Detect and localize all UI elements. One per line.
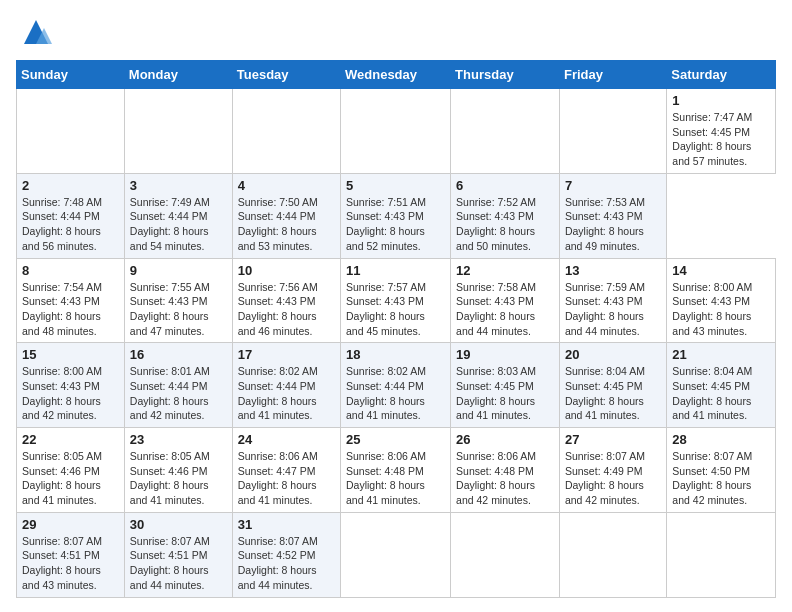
day-number: 16: [130, 347, 227, 362]
day-info: Sunrise: 8:07 AMSunset: 4:52 PMDaylight:…: [238, 534, 335, 593]
calendar-day-cell: 11Sunrise: 7:57 AMSunset: 4:43 PMDayligh…: [341, 258, 451, 343]
calendar-day-cell: 14Sunrise: 8:00 AMSunset: 4:43 PMDayligh…: [667, 258, 776, 343]
day-number: 20: [565, 347, 661, 362]
calendar-day-cell: 9Sunrise: 7:55 AMSunset: 4:43 PMDaylight…: [124, 258, 232, 343]
day-number: 21: [672, 347, 770, 362]
weekday-header-monday: Monday: [124, 61, 232, 89]
calendar-week-row: 2Sunrise: 7:48 AMSunset: 4:44 PMDaylight…: [17, 173, 776, 258]
day-number: 5: [346, 178, 445, 193]
day-info: Sunrise: 8:05 AMSunset: 4:46 PMDaylight:…: [22, 449, 119, 508]
day-info: Sunrise: 8:06 AMSunset: 4:47 PMDaylight:…: [238, 449, 335, 508]
day-info: Sunrise: 7:52 AMSunset: 4:43 PMDaylight:…: [456, 195, 554, 254]
empty-cell: [17, 89, 125, 174]
day-info: Sunrise: 8:00 AMSunset: 4:43 PMDaylight:…: [22, 364, 119, 423]
day-info: Sunrise: 7:56 AMSunset: 4:43 PMDaylight:…: [238, 280, 335, 339]
day-number: 29: [22, 517, 119, 532]
day-info: Sunrise: 7:58 AMSunset: 4:43 PMDaylight:…: [456, 280, 554, 339]
calendar-day-cell: 6Sunrise: 7:52 AMSunset: 4:43 PMDaylight…: [451, 173, 560, 258]
day-number: 19: [456, 347, 554, 362]
calendar-week-row: 22Sunrise: 8:05 AMSunset: 4:46 PMDayligh…: [17, 428, 776, 513]
calendar-day-cell: 24Sunrise: 8:06 AMSunset: 4:47 PMDayligh…: [232, 428, 340, 513]
empty-cell: [451, 512, 560, 597]
empty-cell: [232, 89, 340, 174]
day-number: 12: [456, 263, 554, 278]
calendar-day-cell: 7Sunrise: 7:53 AMSunset: 4:43 PMDaylight…: [559, 173, 666, 258]
day-info: Sunrise: 7:48 AMSunset: 4:44 PMDaylight:…: [22, 195, 119, 254]
day-info: Sunrise: 8:07 AMSunset: 4:49 PMDaylight:…: [565, 449, 661, 508]
day-info: Sunrise: 7:55 AMSunset: 4:43 PMDaylight:…: [130, 280, 227, 339]
day-info: Sunrise: 8:05 AMSunset: 4:46 PMDaylight:…: [130, 449, 227, 508]
day-number: 25: [346, 432, 445, 447]
day-number: 4: [238, 178, 335, 193]
day-number: 28: [672, 432, 770, 447]
day-info: Sunrise: 8:00 AMSunset: 4:43 PMDaylight:…: [672, 280, 770, 339]
day-number: 1: [672, 93, 770, 108]
calendar-day-cell: 28Sunrise: 8:07 AMSunset: 4:50 PMDayligh…: [667, 428, 776, 513]
day-number: 18: [346, 347, 445, 362]
weekday-header-row: SundayMondayTuesdayWednesdayThursdayFrid…: [17, 61, 776, 89]
day-info: Sunrise: 7:57 AMSunset: 4:43 PMDaylight:…: [346, 280, 445, 339]
day-number: 22: [22, 432, 119, 447]
day-info: Sunrise: 7:51 AMSunset: 4:43 PMDaylight:…: [346, 195, 445, 254]
weekday-header-tuesday: Tuesday: [232, 61, 340, 89]
calendar-day-cell: 1Sunrise: 7:47 AMSunset: 4:45 PMDaylight…: [667, 89, 776, 174]
day-number: 2: [22, 178, 119, 193]
day-info: Sunrise: 7:59 AMSunset: 4:43 PMDaylight:…: [565, 280, 661, 339]
day-info: Sunrise: 7:47 AMSunset: 4:45 PMDaylight:…: [672, 110, 770, 169]
day-number: 27: [565, 432, 661, 447]
day-info: Sunrise: 7:50 AMSunset: 4:44 PMDaylight:…: [238, 195, 335, 254]
calendar-day-cell: 4Sunrise: 7:50 AMSunset: 4:44 PMDaylight…: [232, 173, 340, 258]
empty-cell: [559, 512, 666, 597]
calendar-day-cell: 22Sunrise: 8:05 AMSunset: 4:46 PMDayligh…: [17, 428, 125, 513]
calendar-day-cell: 30Sunrise: 8:07 AMSunset: 4:51 PMDayligh…: [124, 512, 232, 597]
day-info: Sunrise: 8:07 AMSunset: 4:51 PMDaylight:…: [22, 534, 119, 593]
calendar-day-cell: 23Sunrise: 8:05 AMSunset: 4:46 PMDayligh…: [124, 428, 232, 513]
day-number: 23: [130, 432, 227, 447]
calendar-day-cell: 2Sunrise: 7:48 AMSunset: 4:44 PMDaylight…: [17, 173, 125, 258]
day-number: 11: [346, 263, 445, 278]
calendar-day-cell: 10Sunrise: 7:56 AMSunset: 4:43 PMDayligh…: [232, 258, 340, 343]
calendar-week-row: 8Sunrise: 7:54 AMSunset: 4:43 PMDaylight…: [17, 258, 776, 343]
calendar-week-row: 15Sunrise: 8:00 AMSunset: 4:43 PMDayligh…: [17, 343, 776, 428]
calendar-day-cell: 31Sunrise: 8:07 AMSunset: 4:52 PMDayligh…: [232, 512, 340, 597]
calendar-day-cell: 13Sunrise: 7:59 AMSunset: 4:43 PMDayligh…: [559, 258, 666, 343]
empty-cell: [341, 89, 451, 174]
calendar-day-cell: 12Sunrise: 7:58 AMSunset: 4:43 PMDayligh…: [451, 258, 560, 343]
day-number: 17: [238, 347, 335, 362]
day-number: 10: [238, 263, 335, 278]
calendar-day-cell: 16Sunrise: 8:01 AMSunset: 4:44 PMDayligh…: [124, 343, 232, 428]
day-number: 24: [238, 432, 335, 447]
calendar-day-cell: 15Sunrise: 8:00 AMSunset: 4:43 PMDayligh…: [17, 343, 125, 428]
day-info: Sunrise: 7:49 AMSunset: 4:44 PMDaylight:…: [130, 195, 227, 254]
empty-cell: [451, 89, 560, 174]
calendar-day-cell: 19Sunrise: 8:03 AMSunset: 4:45 PMDayligh…: [451, 343, 560, 428]
day-info: Sunrise: 8:02 AMSunset: 4:44 PMDaylight:…: [346, 364, 445, 423]
day-info: Sunrise: 8:06 AMSunset: 4:48 PMDaylight:…: [346, 449, 445, 508]
calendar-day-cell: 8Sunrise: 7:54 AMSunset: 4:43 PMDaylight…: [17, 258, 125, 343]
weekday-header-sunday: Sunday: [17, 61, 125, 89]
day-number: 15: [22, 347, 119, 362]
day-info: Sunrise: 8:07 AMSunset: 4:50 PMDaylight:…: [672, 449, 770, 508]
day-number: 30: [130, 517, 227, 532]
empty-cell: [667, 512, 776, 597]
empty-cell: [341, 512, 451, 597]
weekday-header-friday: Friday: [559, 61, 666, 89]
day-number: 3: [130, 178, 227, 193]
day-number: 14: [672, 263, 770, 278]
day-info: Sunrise: 8:03 AMSunset: 4:45 PMDaylight:…: [456, 364, 554, 423]
calendar-day-cell: 25Sunrise: 8:06 AMSunset: 4:48 PMDayligh…: [341, 428, 451, 513]
calendar-table: SundayMondayTuesdayWednesdayThursdayFrid…: [16, 60, 776, 598]
calendar-day-cell: 20Sunrise: 8:04 AMSunset: 4:45 PMDayligh…: [559, 343, 666, 428]
day-number: 6: [456, 178, 554, 193]
weekday-header-wednesday: Wednesday: [341, 61, 451, 89]
day-number: 13: [565, 263, 661, 278]
day-number: 9: [130, 263, 227, 278]
page-header: [16, 16, 776, 48]
calendar-day-cell: 21Sunrise: 8:04 AMSunset: 4:45 PMDayligh…: [667, 343, 776, 428]
day-number: 8: [22, 263, 119, 278]
calendar-day-cell: 18Sunrise: 8:02 AMSunset: 4:44 PMDayligh…: [341, 343, 451, 428]
day-number: 31: [238, 517, 335, 532]
day-number: 7: [565, 178, 661, 193]
day-number: 26: [456, 432, 554, 447]
logo-icon: [20, 16, 52, 48]
